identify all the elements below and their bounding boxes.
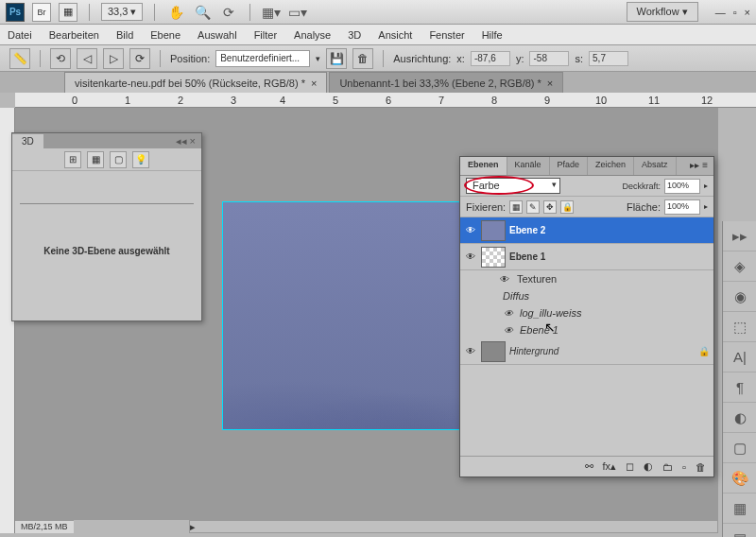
save-icon[interactable]: 💾 — [326, 48, 347, 69]
menu-bearbeiten[interactable]: Bearbeiten — [49, 29, 99, 41]
texture-ebene1[interactable]: 👁 Ebene 1 — [460, 321, 713, 338]
position-label: Position: — [170, 53, 210, 64]
nav-last-icon[interactable]: ⟳ — [129, 48, 150, 69]
nav-prev-icon[interactable]: ◁ — [77, 48, 97, 69]
mask-icon[interactable]: ◻ — [626, 460, 634, 473]
lock-position-icon[interactable]: ✥ — [543, 200, 557, 214]
maximize-icon[interactable]: ▫ — [733, 7, 737, 18]
workspace-selector[interactable]: Workflow ▾ — [627, 2, 698, 22]
blend-mode-select[interactable]: Farbe — [466, 178, 560, 194]
dock-text-icon[interactable]: A| — [723, 342, 756, 372]
dock-layers-icon[interactable]: ◈ — [723, 251, 756, 282]
dock-mask-icon[interactable]: ▢ — [723, 433, 756, 463]
3d-light-icon[interactable]: 💡 — [132, 151, 149, 168]
layer-ebene2[interactable]: 👁 Ebene 2 — [460, 217, 713, 244]
adjustment-icon[interactable]: ◐ — [644, 460, 653, 473]
minimize-icon[interactable]: — — [715, 7, 726, 18]
ruler-horizontal: 0123456789101112 — [15, 93, 756, 108]
dock-styles-icon[interactable]: ▦ — [723, 494, 756, 524]
right-dock: ▸▸ ◈ ◉ ⬚ A| ¶ ◐ ▢ 🎨 ▦ ▤ fx — [722, 221, 756, 537]
3d-empty-message: Keine 3D-Ebene ausgewählt — [12, 208, 201, 256]
panel-collapse-icon[interactable]: ◂◂ × — [170, 135, 201, 147]
ruler-tool-icon[interactable]: 📏 — [9, 48, 30, 69]
texture-diffus[interactable]: Diffus — [460, 287, 713, 304]
menu-auswahl[interactable]: Auswahl — [198, 29, 237, 41]
minibridge-icon[interactable]: ▦ — [59, 3, 77, 22]
visibility-icon[interactable]: 👁 — [464, 225, 477, 235]
close-tab-icon[interactable]: × — [311, 78, 317, 89]
tab-pfade[interactable]: Pfade — [550, 157, 589, 175]
menu-fenster[interactable]: Fenster — [429, 29, 464, 41]
bridge-icon[interactable]: Br — [32, 3, 51, 22]
opacity-field[interactable]: 100% — [664, 179, 700, 194]
x-field[interactable] — [471, 51, 510, 66]
panel-menu-icon[interactable]: ▸▸ ≡ — [684, 157, 713, 175]
y-field[interactable] — [529, 51, 569, 66]
3d-material-icon[interactable]: ▢ — [110, 151, 127, 168]
lock-transparent-icon[interactable]: ▦ — [509, 200, 523, 214]
nav-next-icon[interactable]: ▷ — [103, 48, 124, 69]
close-tab-icon[interactable]: × — [547, 78, 553, 89]
menu-hilfe[interactable]: Hilfe — [482, 29, 503, 41]
visibility-icon[interactable]: 👁 — [464, 346, 477, 356]
dock-crop-icon[interactable]: ⬚ — [723, 312, 756, 342]
lock-label: Fixieren: — [466, 201, 506, 213]
dock-paragraph-icon[interactable]: ¶ — [723, 372, 756, 403]
visibility-icon[interactable]: 👁 — [464, 251, 477, 262]
screen-icon[interactable]: ▭▾ — [288, 3, 307, 22]
layer-ebene1[interactable]: 👁 Ebene 1 — [460, 244, 713, 270]
zoom-level[interactable]: 33,3 ▾ — [101, 3, 143, 21]
layer-thumb[interactable] — [481, 341, 506, 362]
hand-icon[interactable]: ✋ — [166, 3, 185, 22]
scrollbar-horizontal[interactable]: ▸ — [189, 520, 718, 533]
3d-scene-icon[interactable]: ⊞ — [64, 151, 81, 168]
artboard[interactable] — [223, 202, 478, 429]
tab-kanaele[interactable]: Kanäle — [507, 157, 550, 175]
visibility-icon[interactable]: 👁 — [498, 274, 511, 285]
photoshop-icon: Ps — [6, 3, 25, 22]
link-layers-icon[interactable]: ⚯ — [585, 460, 593, 473]
delete-icon[interactable]: 🗑 — [352, 48, 373, 69]
layer-group-texturen[interactable]: 👁 Texturen — [460, 270, 713, 287]
nav-first-icon[interactable]: ⟲ — [50, 48, 71, 69]
menu-filter[interactable]: Filter — [254, 29, 277, 41]
menu-datei[interactable]: Datei — [8, 29, 32, 41]
arrange-icon[interactable]: ▦▾ — [262, 3, 281, 22]
3d-mesh-icon[interactable]: ▦ — [87, 151, 104, 168]
rotate-icon[interactable]: ⟳ — [219, 3, 238, 22]
dock-channels-icon[interactable]: ◉ — [723, 282, 756, 312]
close-icon[interactable]: × — [745, 7, 750, 18]
menu-ansicht[interactable]: Ansicht — [378, 29, 412, 41]
layer-hintergrund[interactable]: 👁 Hintergrund 🔒 — [460, 338, 713, 365]
panel-3d: 3D ◂◂ × ⊞ ▦ ▢ 💡 Keine 3D-Ebene ausgewähl… — [11, 132, 202, 321]
tab-zeichen[interactable]: Zeichen — [588, 157, 634, 175]
tab-ebenen[interactable]: Ebenen — [460, 157, 507, 175]
zoom-icon[interactable]: 🔍 — [193, 3, 212, 22]
fx-icon[interactable]: fx▴ — [603, 460, 617, 473]
lock-pixels-icon[interactable]: ✎ — [526, 200, 540, 214]
tab-absatz[interactable]: Absatz — [634, 157, 677, 175]
menu-3d[interactable]: 3D — [348, 29, 361, 41]
menu-ebene[interactable]: Ebene — [150, 29, 180, 41]
layer-thumb[interactable] — [481, 220, 506, 241]
doc-tab-2[interactable]: Unbenannt-1 bei 33,3% (Ebene 2, RGB/8) *… — [329, 72, 563, 93]
visibility-icon[interactable]: 👁 — [503, 325, 514, 336]
doc-tab-1[interactable]: visitenkarte-neu.pdf bei 50% (Rückseite,… — [64, 72, 327, 93]
visibility-icon[interactable]: 👁 — [503, 308, 514, 319]
dock-expand-icon[interactable]: ▸▸ — [723, 221, 756, 251]
lock-all-icon[interactable]: 🔒 — [560, 200, 574, 214]
layer-thumb[interactable] — [481, 247, 506, 268]
group-icon[interactable]: 🗀 — [662, 461, 673, 473]
tab-3d[interactable]: 3D — [12, 134, 43, 148]
new-layer-icon[interactable]: ▫ — [682, 461, 686, 473]
menu-bild[interactable]: Bild — [116, 29, 133, 41]
texture-logo[interactable]: 👁 log_illu-weiss — [460, 304, 713, 321]
trash-icon[interactable]: 🗑 — [696, 461, 706, 473]
position-field[interactable] — [215, 50, 310, 67]
s-field[interactable] — [589, 51, 628, 66]
dock-adjust-icon[interactable]: ◐ — [723, 403, 756, 433]
dock-swatches-icon[interactable]: 🎨 — [723, 463, 756, 494]
dock-info-icon[interactable]: ▤ — [723, 524, 756, 537]
menu-analyse[interactable]: Analyse — [294, 29, 331, 41]
fill-field[interactable]: 100% — [664, 199, 700, 215]
